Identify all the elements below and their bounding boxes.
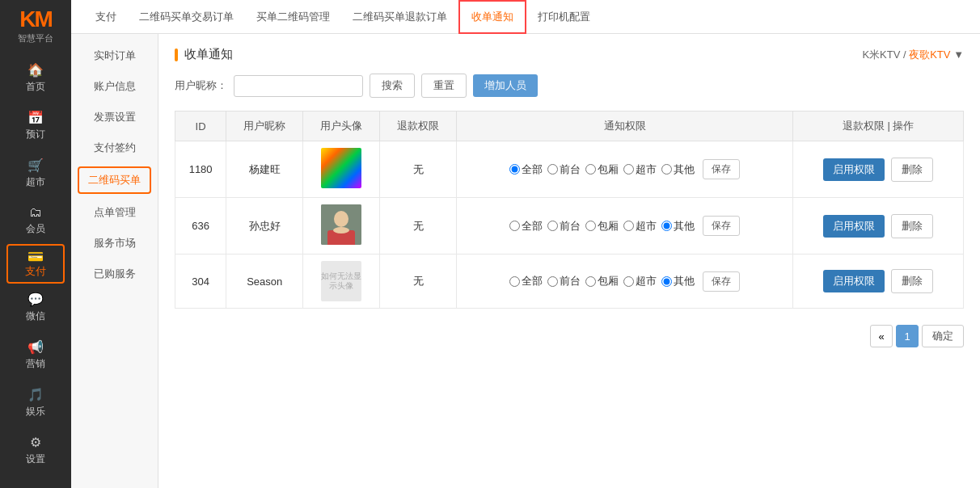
sub-item-service-market[interactable]: 服务市场 bbox=[71, 228, 158, 259]
logo-area: KM 智慧平台 bbox=[0, 0, 71, 49]
search-label: 用户昵称： bbox=[175, 78, 227, 93]
cell-refund-2: 无 bbox=[380, 198, 457, 255]
svg-point-1 bbox=[334, 211, 348, 227]
add-person-button[interactable]: 增加人员 bbox=[473, 74, 538, 97]
radio-super-1[interactable]: 超市 bbox=[623, 162, 657, 177]
sidebar-item-payment[interactable]: 💳 支付 bbox=[6, 244, 65, 284]
sub-item-qrcode[interactable]: 二维码买单 bbox=[78, 166, 151, 194]
save-btn-1[interactable]: 保存 bbox=[703, 159, 740, 179]
cell-nickname-2: 孙忠好 bbox=[226, 198, 303, 255]
radio-front-2[interactable]: 前台 bbox=[547, 219, 581, 233]
notice-radio-group-3: 全部 前台 包厢 超市 其他 保存 bbox=[463, 271, 786, 292]
cell-avatar-3: 如何无法显示头像 bbox=[303, 255, 380, 309]
enable-perm-btn-2[interactable]: 启用权限 bbox=[823, 215, 885, 238]
search-bar: 用户昵称： 搜索 重置 增加人员 bbox=[175, 74, 964, 98]
sub-item-account[interactable]: 账户信息 bbox=[71, 71, 158, 102]
nav-printer-config[interactable]: 打印机配置 bbox=[526, 0, 602, 34]
nav-payment[interactable]: 支付 bbox=[84, 0, 128, 34]
th-avatar: 用户头像 bbox=[303, 111, 380, 141]
sidebar-label-entertainment: 娱乐 bbox=[26, 405, 45, 419]
save-btn-2[interactable]: 保存 bbox=[703, 216, 740, 236]
reservation-icon: 📅 bbox=[27, 110, 44, 125]
cell-id-2: 636 bbox=[175, 198, 226, 255]
sidebar-item-member[interactable]: 🗂 会员 bbox=[0, 197, 71, 244]
sidebar-item-wechat[interactable]: 💬 微信 bbox=[0, 284, 71, 331]
avatar-placeholder-3: 如何无法显示头像 bbox=[321, 261, 361, 301]
sidebar-label-payment: 支付 bbox=[25, 264, 46, 279]
main-area: 支付 二维码买单交易订单 买单二维码管理 二维码买单退款订单 收单通知 打印机配… bbox=[71, 0, 980, 488]
radio-front-3[interactable]: 前台 bbox=[547, 274, 581, 288]
page-prev-btn[interactable]: « bbox=[870, 325, 893, 347]
radio-super-3[interactable]: 超市 bbox=[623, 274, 657, 288]
sidebar-item-reservation[interactable]: 📅 预订 bbox=[0, 102, 71, 149]
breadcrumb-dropdown-icon[interactable]: ▼ bbox=[953, 48, 964, 61]
entertainment-icon: 🎵 bbox=[27, 387, 44, 402]
table-body: 1180 杨建旺 无 全部 前台 包厢 超市 其他 bbox=[175, 141, 964, 309]
svg-point-3 bbox=[333, 227, 349, 233]
enable-perm-btn-3[interactable]: 启用权限 bbox=[823, 270, 885, 292]
sidebar-label-member: 会员 bbox=[26, 222, 45, 236]
radio-super-2[interactable]: 超市 bbox=[623, 219, 657, 233]
sidebar-item-home[interactable]: 🏠 首页 bbox=[0, 54, 71, 102]
th-id: ID bbox=[175, 111, 226, 141]
radio-all-2[interactable]: 全部 bbox=[509, 219, 543, 233]
action-col-2: 启用权限 删除 bbox=[800, 214, 957, 238]
radio-other-1[interactable]: 其他 bbox=[661, 162, 695, 177]
sidebar-item-marketing[interactable]: 📢 营销 bbox=[0, 331, 71, 379]
enable-perm-btn-1[interactable]: 启用权限 bbox=[823, 158, 885, 181]
cell-refund-1: 无 bbox=[380, 141, 457, 198]
radio-room-3[interactable]: 包厢 bbox=[585, 274, 619, 288]
sidebar-nav: 🏠 首页 📅 预订 🛒 超市 🗂 会员 💳 支付 💬 微信 📢 营销 🎵 bbox=[0, 54, 71, 474]
sidebar-label-marketing: 营销 bbox=[26, 357, 45, 371]
radio-other-3[interactable]: 其他 bbox=[661, 274, 695, 288]
cell-action-1: 启用权限 删除 bbox=[793, 141, 964, 198]
sub-item-payment-contract[interactable]: 支付签约 bbox=[71, 133, 158, 163]
marketing-icon: 📢 bbox=[27, 339, 44, 355]
sidebar-item-settings[interactable]: ⚙ 设置 bbox=[0, 427, 71, 474]
sidebar-label-reservation: 预订 bbox=[26, 128, 45, 141]
radio-room-1[interactable]: 包厢 bbox=[585, 162, 619, 177]
nav-qr-manage[interactable]: 买单二维码管理 bbox=[245, 0, 341, 34]
sidebar-item-entertainment[interactable]: 🎵 娱乐 bbox=[0, 379, 71, 427]
cell-id-3: 304 bbox=[175, 255, 226, 309]
settings-icon: ⚙ bbox=[30, 435, 41, 450]
radio-all-3[interactable]: 全部 bbox=[509, 274, 543, 288]
logo-km: KM bbox=[19, 8, 52, 31]
breadcrumb-right: K米KTV / 夜歌KTV ▼ bbox=[862, 48, 964, 62]
sub-sidebar: 实时订单 账户信息 发票设置 支付签约 二维码买单 点单管理 服务市场 已购服务 bbox=[71, 34, 158, 488]
search-input[interactable] bbox=[234, 75, 363, 97]
delete-btn-2[interactable]: 删除 bbox=[891, 214, 933, 238]
sub-item-invoice[interactable]: 发票设置 bbox=[71, 102, 158, 133]
th-refund: 退款权限 bbox=[380, 111, 457, 141]
top-nav: 支付 二维码买单交易订单 买单二维码管理 二维码买单退款订单 收单通知 打印机配… bbox=[71, 0, 980, 34]
notice-radio-group-1: 全部 前台 包厢 超市 其他 保存 bbox=[463, 159, 786, 179]
ktv-name[interactable]: 夜歌KTV bbox=[909, 48, 950, 61]
cell-action-2: 启用权限 删除 bbox=[793, 198, 964, 255]
sub-item-purchased[interactable]: 已购服务 bbox=[71, 259, 158, 289]
avatar-person-svg-2 bbox=[321, 204, 361, 245]
logo-subtitle: 智慧平台 bbox=[18, 32, 53, 44]
sidebar-label-supermarket: 超市 bbox=[26, 175, 45, 189]
cell-notice-2: 全部 前台 包厢 超市 其他 保存 bbox=[457, 198, 793, 255]
nav-qr-orders[interactable]: 二维码买单交易订单 bbox=[128, 0, 245, 34]
radio-room-2[interactable]: 包厢 bbox=[585, 219, 619, 233]
cell-avatar-1 bbox=[303, 141, 380, 198]
reset-button[interactable]: 重置 bbox=[421, 74, 467, 98]
nav-collection-notice[interactable]: 收单通知 bbox=[458, 0, 526, 34]
sidebar-item-supermarket[interactable]: 🛒 超市 bbox=[0, 149, 71, 197]
radio-all-1[interactable]: 全部 bbox=[509, 162, 543, 177]
sub-item-order-manage[interactable]: 点单管理 bbox=[71, 197, 158, 228]
member-icon: 🗂 bbox=[29, 205, 42, 220]
search-button[interactable]: 搜索 bbox=[370, 74, 415, 98]
nav-qr-refund[interactable]: 二维码买单退款订单 bbox=[341, 0, 458, 34]
delete-btn-1[interactable]: 删除 bbox=[891, 158, 933, 182]
table-header: ID 用户昵称 用户头像 退款权限 通知权限 退款权限 | 操作 bbox=[175, 111, 964, 141]
sub-item-realtime[interactable]: 实时订单 bbox=[71, 40, 158, 71]
radio-other-2[interactable]: 其他 bbox=[661, 219, 695, 233]
cell-action-3: 启用权限 删除 bbox=[793, 255, 964, 309]
page-1-btn[interactable]: 1 bbox=[896, 325, 919, 347]
radio-front-1[interactable]: 前台 bbox=[547, 162, 581, 177]
page-confirm-btn[interactable]: 确定 bbox=[922, 325, 964, 347]
delete-btn-3[interactable]: 删除 bbox=[891, 269, 933, 293]
save-btn-3[interactable]: 保存 bbox=[703, 271, 740, 292]
